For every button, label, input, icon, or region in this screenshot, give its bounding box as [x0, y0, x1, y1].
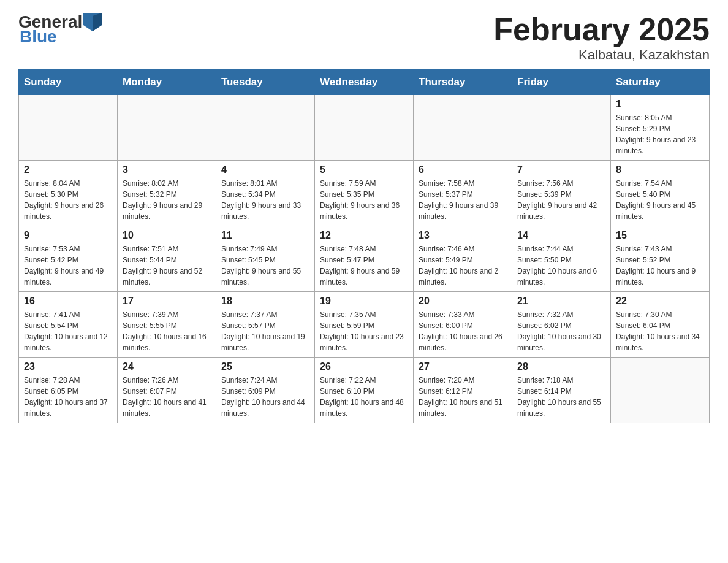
day-info: Sunrise: 7:22 AMSunset: 6:10 PMDaylight:… [320, 375, 408, 419]
day-info: Sunrise: 8:04 AMSunset: 5:30 PMDaylight:… [24, 178, 112, 222]
day-number: 23 [24, 361, 112, 372]
day-info: Sunrise: 7:53 AMSunset: 5:42 PMDaylight:… [24, 243, 112, 288]
calendar-cell: 6Sunrise: 7:58 AMSunset: 5:37 PMDaylight… [414, 161, 512, 226]
calendar-week-row: 16Sunrise: 7:41 AMSunset: 5:54 PMDayligh… [19, 292, 710, 358]
calendar-cell: 7Sunrise: 7:56 AMSunset: 5:39 PMDaylight… [512, 161, 611, 226]
day-number: 27 [419, 361, 507, 372]
calendar-cell: 18Sunrise: 7:37 AMSunset: 5:57 PMDayligh… [216, 292, 315, 358]
calendar-cell: 23Sunrise: 7:28 AMSunset: 6:05 PMDayligh… [19, 358, 118, 423]
calendar-cell: 5Sunrise: 7:59 AMSunset: 5:35 PMDaylight… [315, 161, 414, 226]
header-saturday: Saturday [611, 70, 710, 95]
calendar-table: Sunday Monday Tuesday Wednesday Thursday… [18, 69, 710, 423]
header-tuesday: Tuesday [216, 70, 315, 95]
calendar-week-row: 1Sunrise: 8:05 AMSunset: 5:29 PMDaylight… [19, 95, 710, 161]
calendar-cell: 11Sunrise: 7:49 AMSunset: 5:45 PMDayligh… [216, 226, 315, 292]
day-number: 26 [320, 361, 408, 372]
month-title: February 2025 [493, 12, 710, 47]
calendar-cell: 19Sunrise: 7:35 AMSunset: 5:59 PMDayligh… [315, 292, 414, 358]
calendar-cell: 20Sunrise: 7:33 AMSunset: 6:00 PMDayligh… [414, 292, 512, 358]
calendar-cell: 10Sunrise: 7:51 AMSunset: 5:44 PMDayligh… [118, 226, 216, 292]
day-number: 6 [419, 164, 507, 175]
day-info: Sunrise: 7:24 AMSunset: 6:09 PMDaylight:… [221, 375, 309, 419]
header-monday: Monday [118, 70, 216, 95]
calendar-cell: 9Sunrise: 7:53 AMSunset: 5:42 PMDaylight… [19, 226, 118, 292]
calendar-cell [19, 95, 118, 161]
day-info: Sunrise: 7:43 AMSunset: 5:52 PMDaylight:… [616, 243, 704, 288]
day-info: Sunrise: 7:56 AMSunset: 5:39 PMDaylight:… [517, 178, 605, 222]
day-info: Sunrise: 7:28 AMSunset: 6:05 PMDaylight:… [24, 375, 112, 419]
calendar-cell: 24Sunrise: 7:26 AMSunset: 6:07 PMDayligh… [118, 358, 216, 423]
day-info: Sunrise: 8:05 AMSunset: 5:29 PMDaylight:… [616, 112, 704, 156]
logo-icon [83, 13, 102, 31]
calendar-cell [414, 95, 512, 161]
day-number: 16 [24, 296, 112, 307]
calendar-cell: 2Sunrise: 8:04 AMSunset: 5:30 PMDaylight… [19, 161, 118, 226]
calendar-cell: 3Sunrise: 8:02 AMSunset: 5:32 PMDaylight… [118, 161, 216, 226]
header-friday: Friday [512, 70, 611, 95]
day-info: Sunrise: 7:51 AMSunset: 5:44 PMDaylight:… [123, 243, 211, 288]
calendar-cell: 15Sunrise: 7:43 AMSunset: 5:52 PMDayligh… [611, 226, 710, 292]
day-number: 14 [517, 230, 605, 241]
header-wednesday: Wednesday [315, 70, 414, 95]
calendar-cell: 25Sunrise: 7:24 AMSunset: 6:09 PMDayligh… [216, 358, 315, 423]
day-info: Sunrise: 8:01 AMSunset: 5:34 PMDaylight:… [221, 178, 309, 222]
day-number: 11 [221, 230, 309, 241]
calendar-cell: 8Sunrise: 7:54 AMSunset: 5:40 PMDaylight… [611, 161, 710, 226]
day-number: 15 [616, 230, 704, 241]
day-number: 13 [419, 230, 507, 241]
title-block: February 2025 Kalbatau, Kazakhstan [493, 12, 710, 63]
day-info: Sunrise: 7:33 AMSunset: 6:00 PMDaylight:… [419, 309, 507, 353]
day-number: 3 [123, 164, 211, 175]
calendar-cell: 26Sunrise: 7:22 AMSunset: 6:10 PMDayligh… [315, 358, 414, 423]
day-number: 9 [24, 230, 112, 241]
day-number: 22 [616, 296, 704, 307]
day-number: 18 [221, 296, 309, 307]
day-info: Sunrise: 7:37 AMSunset: 5:57 PMDaylight:… [221, 309, 309, 353]
location: Kalbatau, Kazakhstan [493, 47, 710, 63]
day-number: 1 [616, 99, 704, 110]
calendar-week-row: 2Sunrise: 8:04 AMSunset: 5:30 PMDaylight… [19, 161, 710, 226]
day-info: Sunrise: 7:46 AMSunset: 5:49 PMDaylight:… [419, 243, 507, 288]
header-thursday: Thursday [414, 70, 512, 95]
day-number: 17 [123, 296, 211, 307]
day-number: 4 [221, 164, 309, 175]
calendar-week-row: 23Sunrise: 7:28 AMSunset: 6:05 PMDayligh… [19, 358, 710, 423]
calendar-cell: 21Sunrise: 7:32 AMSunset: 6:02 PMDayligh… [512, 292, 611, 358]
day-info: Sunrise: 7:39 AMSunset: 5:55 PMDaylight:… [123, 309, 211, 353]
day-number: 25 [221, 361, 309, 372]
day-info: Sunrise: 7:18 AMSunset: 6:14 PMDaylight:… [517, 375, 605, 419]
calendar-week-row: 9Sunrise: 7:53 AMSunset: 5:42 PMDaylight… [19, 226, 710, 292]
day-info: Sunrise: 7:32 AMSunset: 6:02 PMDaylight:… [517, 309, 605, 353]
calendar-cell [315, 95, 414, 161]
day-number: 8 [616, 164, 704, 175]
calendar-cell [216, 95, 315, 161]
day-number: 2 [24, 164, 112, 175]
day-info: Sunrise: 7:20 AMSunset: 6:12 PMDaylight:… [419, 375, 507, 419]
day-number: 20 [419, 296, 507, 307]
calendar-cell [512, 95, 611, 161]
calendar-header-row: Sunday Monday Tuesday Wednesday Thursday… [19, 70, 710, 95]
calendar-cell: 16Sunrise: 7:41 AMSunset: 5:54 PMDayligh… [19, 292, 118, 358]
calendar-cell: 27Sunrise: 7:20 AMSunset: 6:12 PMDayligh… [414, 358, 512, 423]
day-info: Sunrise: 7:30 AMSunset: 6:04 PMDaylight:… [616, 309, 704, 353]
day-number: 12 [320, 230, 408, 241]
calendar-cell: 22Sunrise: 7:30 AMSunset: 6:04 PMDayligh… [611, 292, 710, 358]
logo-text-blue: Blue [20, 27, 57, 47]
header-sunday: Sunday [19, 70, 118, 95]
day-number: 24 [123, 361, 211, 372]
day-number: 19 [320, 296, 408, 307]
calendar-cell: 28Sunrise: 7:18 AMSunset: 6:14 PMDayligh… [512, 358, 611, 423]
day-info: Sunrise: 7:35 AMSunset: 5:59 PMDaylight:… [320, 309, 408, 353]
calendar-cell: 4Sunrise: 8:01 AMSunset: 5:34 PMDaylight… [216, 161, 315, 226]
day-info: Sunrise: 7:54 AMSunset: 5:40 PMDaylight:… [616, 178, 704, 222]
day-number: 10 [123, 230, 211, 241]
day-number: 21 [517, 296, 605, 307]
logo: General Blue [18, 12, 102, 47]
calendar-cell: 12Sunrise: 7:48 AMSunset: 5:47 PMDayligh… [315, 226, 414, 292]
calendar-cell: 14Sunrise: 7:44 AMSunset: 5:50 PMDayligh… [512, 226, 611, 292]
day-number: 7 [517, 164, 605, 175]
day-info: Sunrise: 7:48 AMSunset: 5:47 PMDaylight:… [320, 243, 408, 288]
page-header: General Blue February 2025 Kalbatau, Kaz… [18, 12, 710, 63]
calendar-cell: 1Sunrise: 8:05 AMSunset: 5:29 PMDaylight… [611, 95, 710, 161]
svg-marker-1 [93, 13, 102, 31]
